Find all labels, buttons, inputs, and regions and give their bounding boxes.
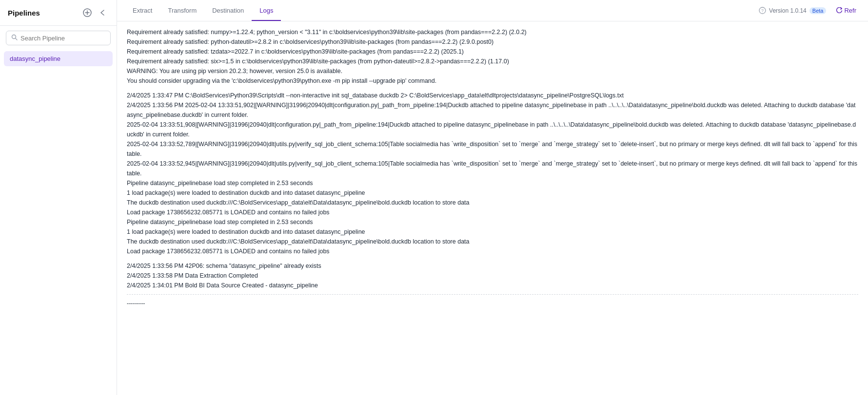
search-box — [6, 31, 111, 45]
tabs-container: ExtractTransformDestinationLogs — [125, 1, 281, 20]
tabs-bar: ExtractTransformDestinationLogs ? Versio… — [117, 0, 868, 21]
log-line: 2025-02-04 13:33:52,945|[WARNING]|31996|… — [127, 159, 858, 178]
sidebar-title: Pipelines — [8, 9, 40, 17]
help-icon: ? — [759, 7, 766, 14]
log-line: The duckdb destination used duckdb:///C:… — [127, 198, 858, 207]
version-label: Version 1.0.14 — [769, 7, 807, 14]
log-line: The duckdb destination used duckdb:///C:… — [127, 237, 858, 246]
log-divider — [127, 294, 858, 295]
log-line: 2/4/2025 1:34:01 PM Bold BI Data Source … — [127, 281, 858, 290]
refresh-icon — [836, 7, 842, 14]
log-line: You should consider upgrading via the 'c… — [127, 76, 858, 86]
log-line: 2/4/2025 1:33:47 PM C:\BoldServices\Pyth… — [127, 91, 858, 100]
log-line: Pipeline datasync_pipelinebase load step… — [127, 178, 858, 188]
search-icon — [11, 34, 18, 42]
log-spacer — [127, 256, 858, 261]
svg-line-4 — [16, 38, 18, 40]
beta-badge: Beta — [809, 7, 827, 14]
refresh-label: Refr — [844, 7, 856, 14]
pipeline-list: datasync_pipeline — [0, 50, 117, 67]
log-line: 2/4/2025 1:33:58 PM Data Extraction Comp… — [127, 271, 858, 281]
tab-extract[interactable]: Extract — [125, 1, 160, 21]
log-area[interactable]: Requirement already satisfied: numpy>=1.… — [117, 21, 868, 395]
log-line: Requirement already satisfied: numpy>=1.… — [127, 27, 858, 37]
log-line: Requirement already satisfied: six>=1.5 … — [127, 56, 858, 66]
tab-transform[interactable]: Transform — [160, 1, 204, 21]
log-spacer — [127, 86, 858, 91]
log-line: 2/4/2025 1:33:56 PM 2025-02-04 13:33:51,… — [127, 100, 858, 120]
sidebar-item-datasync_pipeline[interactable]: datasync_pipeline — [4, 51, 113, 66]
svg-text:?: ? — [761, 8, 764, 13]
sidebar: Pipelines datasy — [0, 0, 117, 395]
main-panel: ExtractTransformDestinationLogs ? Versio… — [117, 0, 868, 395]
log-line: Pipeline datasync_pipelinebase load step… — [127, 217, 858, 227]
tab-destination[interactable]: Destination — [204, 1, 252, 21]
log-line: Requirement already satisfied: python-da… — [127, 37, 858, 47]
log-line: 2025-02-04 13:33:51,908|[WARNING]|31996|… — [127, 120, 858, 139]
log-line: Load package 1738656232.085771 is LOADED… — [127, 207, 858, 217]
log-line: --------- — [127, 299, 858, 308]
collapse-sidebar-button[interactable] — [97, 7, 109, 19]
sidebar-header-icons — [81, 7, 109, 19]
refresh-button[interactable]: Refr — [832, 5, 860, 16]
sidebar-header: Pipelines — [0, 0, 117, 26]
log-line: 1 load package(s) were loaded to destina… — [127, 227, 858, 237]
version-info: ? Version 1.0.14 Beta — [759, 7, 826, 14]
log-line: 1 load package(s) were loaded to destina… — [127, 188, 858, 198]
log-line: Load package 1738656232.085771 is LOADED… — [127, 246, 858, 256]
tab-logs[interactable]: Logs — [252, 1, 281, 21]
add-pipeline-button[interactable] — [81, 7, 93, 19]
log-line: 2025-02-04 13:33:52,789|[WARNING]|31996|… — [127, 139, 858, 159]
search-input[interactable] — [20, 35, 105, 42]
log-line: 2/4/2025 1:33:56 PM 42P06: schema "datas… — [127, 261, 858, 271]
log-line: WARNING: You are using pip version 20.2.… — [127, 66, 858, 76]
log-line: Requirement already satisfied: tzdata>=2… — [127, 47, 858, 56]
